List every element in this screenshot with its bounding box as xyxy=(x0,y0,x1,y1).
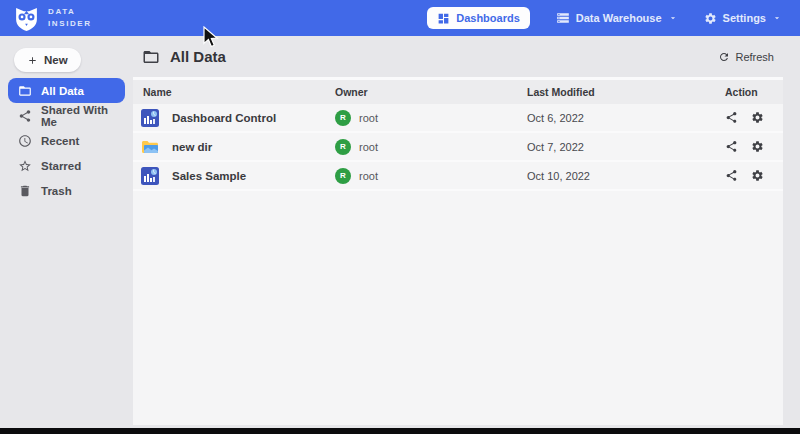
sidebar-nav: All Data Shared With Me Recent Starred T… xyxy=(0,78,133,203)
sidebar-item-label: Recent xyxy=(41,135,79,147)
action-cell xyxy=(725,140,783,153)
column-header-last-modified: Last Modified xyxy=(527,86,725,98)
sidebar-item-label: All Data xyxy=(41,85,84,97)
trash-icon xyxy=(18,184,32,198)
gear-icon[interactable] xyxy=(751,140,764,153)
top-header: DATA INSIDER Dashboards Data Warehouse xyxy=(0,0,800,36)
file-name-cell[interactable]: new dir xyxy=(133,138,335,156)
sidebar-item-shared-with-me[interactable]: Shared With Me xyxy=(8,103,125,128)
data-warehouse-label: Data Warehouse xyxy=(576,12,662,24)
chevron-down-icon xyxy=(668,13,678,23)
owner-cell: R root xyxy=(335,168,527,184)
share-icon[interactable] xyxy=(725,169,738,182)
share-person-icon xyxy=(18,109,32,123)
star-icon xyxy=(18,159,32,173)
column-header-owner: Owner xyxy=(335,86,527,98)
owl-logo-icon xyxy=(13,5,40,32)
folder-icon xyxy=(18,84,32,98)
brand-logo[interactable]: DATA INSIDER xyxy=(0,5,92,32)
table-row[interactable]: new dir R root Oct 7, 2022 xyxy=(133,133,783,162)
owner-avatar: R xyxy=(335,139,351,155)
sidebar-item-recent[interactable]: Recent xyxy=(8,128,125,153)
settings-label: Settings xyxy=(723,12,766,24)
action-cell xyxy=(725,111,783,124)
dashboard-tile-icon xyxy=(141,167,159,185)
owner-cell: R root xyxy=(335,139,527,155)
file-name: Dashboard Control xyxy=(172,112,276,124)
owner-name: root xyxy=(359,170,378,182)
file-table: Name Owner Last Modified Action Dashboar… xyxy=(133,77,783,425)
gear-icon[interactable] xyxy=(751,111,764,124)
table-row[interactable]: Sales Sample R root Oct 10, 2022 xyxy=(133,162,783,191)
refresh-icon xyxy=(718,51,730,63)
mouse-cursor xyxy=(203,26,220,54)
sidebar-item-trash[interactable]: Trash xyxy=(8,178,125,203)
dashboards-button[interactable]: Dashboards xyxy=(427,7,530,29)
share-icon[interactable] xyxy=(725,140,738,153)
table-row[interactable]: Dashboard Control R root Oct 6, 2022 xyxy=(133,104,783,133)
owner-avatar: R xyxy=(335,110,351,126)
owner-cell: R root xyxy=(335,110,527,126)
sidebar: New All Data Shared With Me Recent Starr… xyxy=(0,36,133,428)
new-button-label: New xyxy=(44,54,68,66)
data-warehouse-menu[interactable]: Data Warehouse xyxy=(556,11,678,25)
gear-icon[interactable] xyxy=(751,169,764,182)
chevron-down-icon xyxy=(772,13,782,23)
dashboard-icon xyxy=(437,12,450,25)
content-header: All Data Refresh xyxy=(133,36,783,77)
file-name-cell[interactable]: Dashboard Control xyxy=(133,109,335,127)
owner-avatar: R xyxy=(335,168,351,184)
column-header-action: Action xyxy=(725,86,783,98)
sidebar-item-label: Starred xyxy=(41,160,81,172)
table-header-row: Name Owner Last Modified Action xyxy=(133,80,783,104)
file-name-cell[interactable]: Sales Sample xyxy=(133,167,335,185)
file-name: new dir xyxy=(172,141,212,153)
plus-icon xyxy=(27,55,38,66)
refresh-label: Refresh xyxy=(735,51,774,63)
share-icon[interactable] xyxy=(725,111,738,124)
new-button[interactable]: New xyxy=(14,48,81,72)
last-modified-cell: Oct 10, 2022 xyxy=(527,170,725,182)
file-name: Sales Sample xyxy=(172,170,246,182)
header-nav: Dashboards Data Warehouse Settings xyxy=(427,7,800,29)
last-modified-cell: Oct 6, 2022 xyxy=(527,112,725,124)
gear-icon xyxy=(704,12,717,25)
action-cell xyxy=(725,169,783,182)
bottom-screen-edge xyxy=(0,428,800,434)
refresh-button[interactable]: Refresh xyxy=(718,51,774,63)
owner-name: root xyxy=(359,141,378,153)
owner-name: root xyxy=(359,112,378,124)
folder-title-icon xyxy=(142,48,160,66)
database-icon xyxy=(556,11,570,25)
clock-icon xyxy=(18,134,32,148)
brand-name: DATA INSIDER xyxy=(48,6,92,29)
folder-image-icon xyxy=(141,138,159,156)
sidebar-item-all-data[interactable]: All Data xyxy=(8,78,125,103)
sidebar-item-starred[interactable]: Starred xyxy=(8,153,125,178)
sidebar-item-label: Trash xyxy=(41,185,72,197)
sidebar-item-label: Shared With Me xyxy=(41,104,125,128)
column-header-name: Name xyxy=(133,86,335,98)
settings-menu[interactable]: Settings xyxy=(704,12,782,25)
dashboards-label: Dashboards xyxy=(456,12,520,24)
last-modified-cell: Oct 7, 2022 xyxy=(527,141,725,153)
dashboard-tile-icon xyxy=(141,109,159,127)
